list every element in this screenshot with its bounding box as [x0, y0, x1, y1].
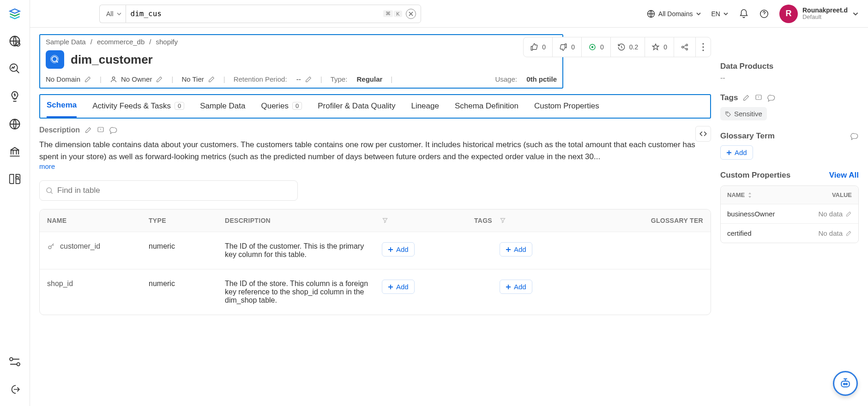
table-row: shop_id numeric The ID of the store. Thi… [40, 269, 711, 315]
domains-icon[interactable] [7, 117, 22, 131]
filter-glossary-icon[interactable] [500, 217, 506, 224]
entity-header: Sample Data/ ecommerce_db/ shopify dim_c… [39, 34, 563, 89]
find-in-table-input[interactable] [57, 186, 292, 195]
add-tag-button[interactable]: Add [382, 242, 415, 257]
comment-tags-icon[interactable] [767, 94, 776, 102]
tab-schema-definition[interactable]: Schema Definition [455, 102, 518, 117]
globe-icon [646, 9, 656, 18]
edit-retention[interactable] [305, 76, 312, 83]
domains-dropdown[interactable]: All Domains [646, 9, 701, 18]
runs-stat[interactable]: 0 [582, 37, 611, 57]
edit-tags[interactable] [742, 94, 750, 102]
pipeline-icon[interactable] [7, 354, 22, 369]
svg-point-16 [702, 49, 704, 51]
svg-point-26 [844, 383, 845, 385]
comment-glossary-icon[interactable] [850, 132, 859, 140]
explore-icon[interactable] [7, 34, 22, 48]
svg-point-21 [47, 188, 52, 193]
retention-chip: Retention Period: -- [234, 75, 312, 83]
request-tags-icon[interactable] [754, 94, 763, 102]
thumbs-up-icon [530, 43, 538, 51]
tab-custom-properties[interactable]: Custom Properties [534, 102, 599, 117]
chevron-down-icon [116, 11, 122, 17]
comment-icon[interactable] [109, 126, 118, 134]
svg-point-27 [846, 383, 847, 385]
governance-icon[interactable] [7, 144, 22, 159]
tier-chip: No Tier [181, 75, 215, 83]
top-bar: All ⌘ K All Domains [30, 0, 868, 28]
svg-point-5 [10, 358, 13, 361]
downvote-button[interactable]: 0 [553, 37, 582, 57]
edit-tier[interactable] [208, 76, 215, 83]
filter-tags-icon[interactable] [382, 217, 388, 224]
notifications-icon[interactable] [739, 9, 749, 19]
glossary-icon[interactable] [7, 172, 22, 187]
language-dropdown[interactable]: EN [711, 10, 729, 18]
tab-lineage[interactable]: Lineage [411, 102, 439, 117]
tab-schema[interactable]: Schema [47, 101, 77, 118]
custom-prop-row: certified No data [721, 223, 858, 243]
edit-prop[interactable] [845, 211, 852, 217]
time-stat[interactable]: 0.2 [611, 37, 645, 57]
observability-icon[interactable] [7, 61, 22, 76]
edit-description[interactable] [84, 126, 92, 134]
help-icon[interactable] [759, 9, 769, 19]
request-description-icon[interactable] [96, 126, 105, 134]
add-glossary-button[interactable]: Add [500, 280, 532, 294]
plus-icon [388, 247, 393, 252]
user-team: Default [802, 14, 848, 21]
col-header-description: DESCRIPTION [221, 217, 378, 224]
edit-domain[interactable] [84, 76, 91, 83]
breadcrumb-item[interactable]: Sample Data [46, 38, 86, 46]
history-icon [617, 43, 626, 51]
svg-point-24 [727, 112, 728, 113]
add-glossary-button[interactable]: Add [500, 242, 532, 257]
tag-chip[interactable]: Sensitive [720, 107, 767, 120]
chevron-down-icon [852, 11, 859, 17]
tab-queries[interactable]: Queries0 [261, 102, 302, 117]
schema-table: NAME TYPE DESCRIPTION TAGS GLOSSARY TER … [39, 209, 711, 315]
svg-point-15 [702, 46, 704, 48]
tab-profiler[interactable]: Profiler & Data Quality [318, 102, 395, 117]
user-menu[interactable]: R Rounakpreet.d Default [779, 5, 859, 23]
add-glossary-term-button[interactable]: Add [720, 145, 753, 160]
description-more[interactable]: more [39, 162, 55, 170]
star-icon [651, 43, 660, 51]
kebab-icon [702, 43, 704, 51]
view-all-link[interactable]: View All [829, 171, 859, 180]
svg-point-10 [591, 47, 593, 48]
app-logo[interactable] [8, 7, 22, 21]
tab-sample-data[interactable]: Sample Data [200, 102, 245, 117]
expand-code-button[interactable] [695, 126, 711, 142]
left-sidebar [0, 0, 30, 406]
chat-assistant-button[interactable] [833, 371, 858, 396]
more-button[interactable] [696, 37, 711, 57]
svg-point-19 [112, 77, 115, 79]
search-scope-select[interactable]: All [99, 5, 126, 23]
tab-activity[interactable]: Activity Feeds & Tasks0 [92, 102, 184, 117]
breadcrumb-item[interactable]: shopify [156, 38, 178, 46]
data-products-title: Data Products [720, 62, 859, 71]
add-tag-button[interactable]: Add [382, 280, 415, 294]
plus-icon [506, 247, 511, 252]
search-input[interactable] [131, 9, 380, 18]
sort-icon[interactable] [747, 192, 752, 198]
breadcrumb-item[interactable]: ecommerce_db [97, 38, 145, 46]
plus-icon [388, 284, 393, 290]
upvote-button[interactable]: 0 [524, 37, 553, 57]
star-button[interactable]: 0 [645, 37, 674, 57]
custom-props-table: NAME VALUE businessOwner No data certifi… [720, 185, 859, 243]
share-button[interactable] [674, 37, 696, 57]
svg-point-6 [17, 363, 20, 366]
breadcrumb: Sample Data/ ecommerce_db/ shopify [46, 38, 557, 46]
edit-owner[interactable] [156, 76, 163, 83]
insights-icon[interactable] [7, 89, 22, 104]
search-icon [45, 186, 54, 195]
code-icon [699, 130, 707, 138]
description-label: Description [39, 126, 80, 134]
logout-icon[interactable] [7, 382, 22, 397]
clear-search-button[interactable] [406, 9, 416, 19]
entity-title: dim_customer [71, 53, 153, 67]
search-scope-label: All [106, 10, 114, 18]
edit-prop[interactable] [845, 230, 852, 237]
